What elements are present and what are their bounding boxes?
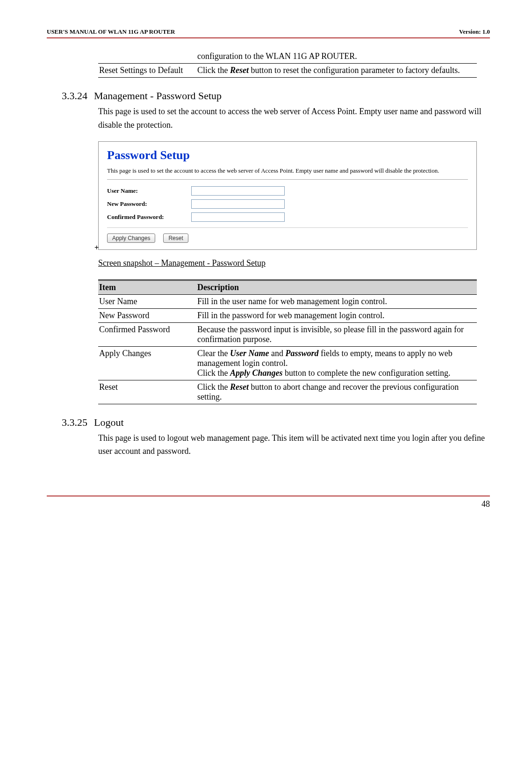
table-row: Confirmed Password Because the password … (98, 322, 477, 346)
cell-item: User Name (98, 294, 196, 308)
table-row: New Password Fill in the password for we… (98, 308, 477, 322)
cell-item-empty (98, 50, 196, 64)
cell-item: New Password (98, 308, 196, 322)
cell-desc: configuration to the WLAN 11G AP ROUTER. (196, 50, 477, 64)
heading-text: Management - Password Setup (94, 90, 222, 102)
page-number: 48 (47, 499, 490, 509)
table-row: Apply Changes Clear the User Name and Pa… (98, 346, 477, 380)
confirmed-password-label: Confirmed Password: (107, 213, 191, 221)
table-item-description: Item Description User Name Fill in the u… (98, 279, 477, 404)
table-header-row: Item Description (98, 280, 477, 294)
confirmed-password-input[interactable] (191, 212, 285, 222)
table-row: User Name Fill in the user name for web … (98, 294, 477, 308)
cell-item: Confirmed Password (98, 322, 196, 346)
paragraph-password-setup: This page is used to set the account to … (98, 105, 490, 132)
username-label: User Name: (107, 187, 191, 195)
cell-item: Reset (98, 380, 196, 404)
table-header-desc: Description (196, 280, 477, 294)
header-divider (47, 37, 490, 38)
new-password-label: New Password: (107, 200, 191, 208)
screenshot-caption: Screen snapshot – Management - Password … (98, 258, 490, 268)
cell-desc: Fill in the user name for web management… (196, 294, 477, 308)
form-divider (107, 227, 468, 228)
form-row-confirmed-password: Confirmed Password: (107, 212, 468, 222)
heading-text: Logout (94, 416, 124, 428)
table-reset-settings: configuration to the WLAN 11G AP ROUTER.… (98, 50, 477, 78)
cell-desc: Click the Reset button to abort change a… (196, 380, 477, 404)
heading-password-setup: 3.3.24Management - Password Setup (62, 90, 490, 102)
new-password-input[interactable] (191, 199, 285, 209)
form-row-username: User Name: (107, 186, 468, 196)
heading-number: 3.3.25 (62, 416, 87, 428)
header-right: Version: 1.0 (459, 28, 490, 36)
cell-desc: Because the password input is invisible,… (196, 322, 477, 346)
form-row-new-password: New Password: (107, 199, 468, 209)
cell-desc: Fill in the password for web management … (196, 308, 477, 322)
table-row: Reset Click the Reset button to abort ch… (98, 380, 477, 404)
screenshot-title: Password Setup (107, 148, 468, 162)
cell-item: Reset Settings to Default (98, 64, 196, 78)
cell-item: Apply Changes (98, 346, 196, 380)
header-left: USER'S MANUAL OF WLAN 11G AP ROUTER (47, 28, 175, 36)
heading-number: 3.3.24 (62, 90, 87, 102)
page-header: USER'S MANUAL OF WLAN 11G AP ROUTER Vers… (47, 28, 490, 36)
table-row: configuration to the WLAN 11G AP ROUTER. (98, 50, 477, 64)
reset-button[interactable]: Reset (163, 233, 188, 243)
cell-desc: Click the Reset button to reset the conf… (196, 64, 477, 78)
paragraph-logout: This page is used to logout web manageme… (98, 431, 490, 459)
cell-desc: Clear the User Name and Password fields … (196, 346, 477, 380)
username-input[interactable] (191, 186, 285, 196)
screenshot-description: This page is used to set the account to … (107, 167, 468, 180)
table-header-item: Item (98, 280, 196, 294)
table-row: Reset Settings to Default Click the Rese… (98, 64, 477, 78)
plus-marker: + (94, 243, 490, 252)
heading-logout: 3.3.25Logout (62, 416, 490, 429)
password-setup-screenshot: Password Setup This page is used to set … (98, 141, 477, 250)
apply-changes-button[interactable]: Apply Changes (107, 233, 155, 243)
footer-divider (47, 496, 490, 496)
